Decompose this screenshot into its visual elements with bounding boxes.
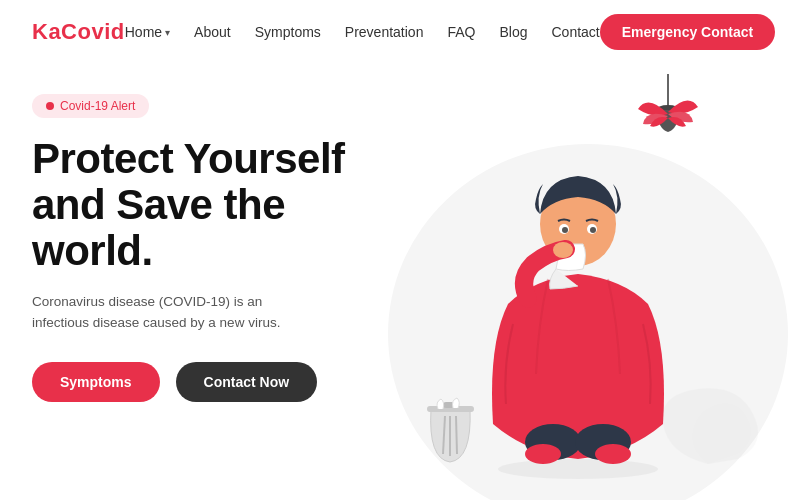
svg-point-5 (525, 444, 561, 464)
symptoms-button[interactable]: Symptoms (32, 362, 160, 402)
contact-now-button[interactable]: Contact Now (176, 362, 318, 402)
nav-item-symptoms[interactable]: Symptoms (255, 23, 321, 41)
leaf-decoration-icon (658, 384, 758, 474)
hero-title-line1: Protect Yourself (32, 135, 345, 182)
svg-point-6 (595, 444, 631, 464)
alert-badge-text: Covid-19 Alert (60, 99, 135, 113)
alert-dot (46, 102, 54, 110)
nav-item-faq[interactable]: FAQ (447, 23, 475, 41)
hero-buttons: Symptoms Contact Now (32, 362, 372, 402)
emergency-contact-button[interactable]: Emergency Contact (600, 14, 775, 50)
hero-title-line3: world. (32, 227, 153, 274)
nav-link-home[interactable]: Home (125, 24, 170, 40)
logo: KaCovid (32, 19, 125, 45)
svg-point-12 (590, 227, 596, 233)
hero-content: Covid-19 Alert Protect Yourself and Save… (32, 74, 372, 402)
nav-item-about[interactable]: About (194, 23, 231, 41)
svg-point-2 (498, 459, 658, 479)
nav-item-preventation[interactable]: Preventation (345, 23, 424, 41)
hero-title-line2: and Save the (32, 181, 285, 228)
nav-link-blog[interactable]: Blog (499, 24, 527, 40)
trash-bin-illustration (423, 394, 478, 464)
hero-section: Covid-19 Alert Protect Yourself and Save… (0, 64, 800, 494)
svg-point-13 (553, 242, 573, 258)
navbar: KaCovid Home About Symptoms Preventation… (0, 0, 800, 64)
nav-link-contact[interactable]: Contact (551, 24, 599, 40)
nav-link-symptoms[interactable]: Symptoms (255, 24, 321, 40)
nav-item-contact[interactable]: Contact (551, 23, 599, 41)
svg-line-18 (456, 416, 457, 454)
nav-link-preventation[interactable]: Preventation (345, 24, 424, 40)
svg-point-11 (562, 227, 568, 233)
hero-description: Coronavirus disease (COVID-19) is an inf… (32, 291, 322, 334)
nav-link-faq[interactable]: FAQ (447, 24, 475, 40)
hero-title: Protect Yourself and Save the world. (32, 136, 372, 275)
hero-illustration (372, 74, 768, 500)
nav-links: Home About Symptoms Preventation FAQ Blo… (125, 23, 600, 41)
alert-badge: Covid-19 Alert (32, 94, 149, 118)
nav-link-about[interactable]: About (194, 24, 231, 40)
nav-item-blog[interactable]: Blog (499, 23, 527, 41)
nav-item-home[interactable]: Home (125, 24, 170, 40)
